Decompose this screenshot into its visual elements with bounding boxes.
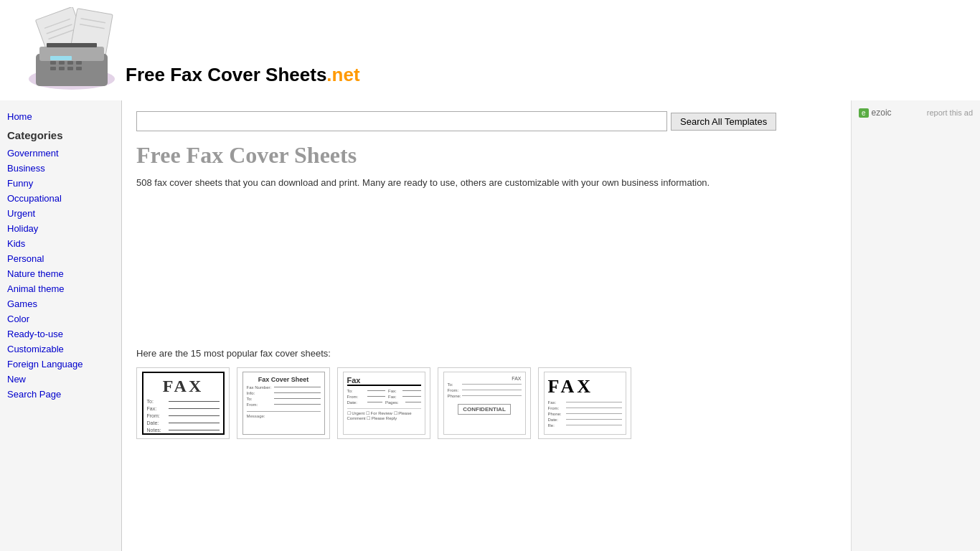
sidebar-link-government[interactable]: Government xyxy=(7,148,59,159)
thumbnail-4[interactable]: FAX To: From: Phone: CONFIDENTIAL xyxy=(438,367,531,439)
thumb-message-area: Message: xyxy=(247,411,321,420)
sidebar-item: Customizable xyxy=(7,343,114,354)
thumb-preview-5: FAX Fax: From: Phone: Date: Re: xyxy=(544,372,626,435)
thumb-fax-label: FAX xyxy=(448,376,522,381)
sidebar-item: New xyxy=(7,373,114,385)
page-description: 508 fax cover sheets that you can downlo… xyxy=(136,176,837,190)
thumb-preview-1: FAX To: Fax: From: Date: Notes: xyxy=(142,372,225,435)
thumb-row: From: xyxy=(247,402,321,407)
sidebar-item: Business xyxy=(7,162,114,174)
thumb-row: From: xyxy=(448,388,522,392)
thumb-row: To:Fax: xyxy=(347,389,421,393)
thumb-row: Fax: xyxy=(548,400,622,405)
search-bar: Search All Templates xyxy=(136,111,837,131)
sidebar-item: Urgent xyxy=(7,207,114,219)
sidebar-link-animal[interactable]: Animal theme xyxy=(7,283,64,294)
sidebar-link-occupational[interactable]: Occupational xyxy=(7,193,62,204)
svg-rect-18 xyxy=(76,67,82,70)
search-input[interactable] xyxy=(136,111,667,131)
thumbnail-5[interactable]: FAX Fax: From: Phone: Date: Re: xyxy=(538,367,631,439)
thumb-row: To: xyxy=(247,397,321,401)
thumb-preview-4: FAX To: From: Phone: CONFIDENTIAL xyxy=(443,372,526,435)
sidebar-link-kids[interactable]: Kids xyxy=(7,238,25,249)
sidebar-link-customizable[interactable]: Customizable xyxy=(7,344,64,354)
thumb-row: Info: xyxy=(247,391,321,395)
sidebar-item: Color xyxy=(7,313,114,324)
ad-space-main xyxy=(136,204,837,348)
sidebar-item: Holiday xyxy=(7,222,114,234)
ezoic-icon: e xyxy=(859,108,869,118)
logo-text: Free Fax Cover Sheets.net xyxy=(126,64,360,86)
thumb-preview-3: Fax To:Fax: From:Fax: Date:Pages: ☐ Urge… xyxy=(343,372,425,435)
thumb-row: Date: xyxy=(548,418,622,422)
sidebar-link-business[interactable]: Business xyxy=(7,163,45,174)
ezoic-bar: e ezoic report this ad xyxy=(859,108,973,118)
thumb-row: Re: xyxy=(548,423,622,428)
sidebar-link-funny[interactable]: Funny xyxy=(7,178,33,189)
sidebar-categories-title: Categories xyxy=(7,129,114,141)
ezoic-logo: e ezoic xyxy=(859,108,892,118)
ad-sidebar: e ezoic report this ad xyxy=(851,100,980,551)
thumb-confidential-label: CONFIDENTIAL xyxy=(458,404,511,415)
svg-rect-11 xyxy=(50,61,56,65)
thumb-line: Date: xyxy=(147,420,220,425)
thumb-row: From: xyxy=(548,406,622,410)
thumb-row: Fax Number: xyxy=(247,385,321,390)
sidebar-link-new[interactable]: New xyxy=(7,374,26,385)
svg-rect-13 xyxy=(67,61,73,65)
svg-rect-17 xyxy=(67,67,73,70)
sidebar-nav: Government Business Funny Occupational U… xyxy=(7,147,114,400)
thumbnail-1[interactable]: FAX To: Fax: From: Date: Notes: xyxy=(136,367,230,439)
popular-label: Here are the 15 most popular fax cover s… xyxy=(136,348,837,359)
sidebar-item: Games xyxy=(7,298,114,309)
thumbnail-3[interactable]: Fax To:Fax: From:Fax: Date:Pages: ☐ Urge… xyxy=(337,367,430,439)
thumb-preview-2: Fax Cover Sheet Fax Number: Info: To: Fr… xyxy=(242,372,325,435)
sidebar-item: Nature theme xyxy=(7,268,114,279)
thumbnail-2[interactable]: Fax Cover Sheet Fax Number: Info: To: Fr… xyxy=(237,367,330,439)
thumb-header-3: Fax xyxy=(347,376,421,386)
sidebar-link-urgent[interactable]: Urgent xyxy=(7,208,35,219)
sidebar-link-ready[interactable]: Ready-to-use xyxy=(7,329,63,339)
sidebar-item: Ready-to-use xyxy=(7,328,114,339)
thumb-row: To: xyxy=(448,382,522,387)
sidebar-link-nature[interactable]: Nature theme xyxy=(7,268,64,279)
sidebar-item: Search Page xyxy=(7,388,114,400)
logo-area: Free Fax Cover Sheets.net xyxy=(11,7,360,93)
svg-rect-19 xyxy=(50,56,72,60)
thumb-line: To: xyxy=(147,399,220,404)
thumb-lines-1: To: Fax: From: Date: Notes: xyxy=(147,399,220,435)
sidebar-item: Kids xyxy=(7,237,114,249)
svg-rect-10 xyxy=(47,43,97,47)
thumb-row: Date:Pages: xyxy=(347,400,421,405)
svg-rect-14 xyxy=(76,61,82,65)
report-ad-text[interactable]: report this ad xyxy=(927,108,973,117)
svg-rect-15 xyxy=(50,67,56,70)
thumb-title-2: Fax Cover Sheet xyxy=(247,376,321,383)
svg-rect-12 xyxy=(59,61,65,65)
sidebar-link-personal[interactable]: Personal xyxy=(7,253,44,264)
sidebar-item: Funny xyxy=(7,177,114,189)
search-button[interactable]: Search All Templates xyxy=(671,113,776,131)
sidebar-link-holiday[interactable]: Holiday xyxy=(7,223,38,234)
sidebar-item: Occupational xyxy=(7,192,114,204)
sidebar-link-foreign[interactable]: Foreign Language xyxy=(7,359,83,369)
sidebar: Home Categories Government Business Funn… xyxy=(0,100,122,551)
thumbnails-container: FAX To: Fax: From: Date: Notes: Fax Cove… xyxy=(136,367,837,439)
page-title: Free Fax Cover Sheets xyxy=(136,142,837,169)
sidebar-item: Animal theme xyxy=(7,283,114,294)
sidebar-link-color[interactable]: Color xyxy=(7,314,29,324)
sidebar-link-search[interactable]: Search Page xyxy=(7,389,61,400)
sidebar-home-link[interactable]: Home xyxy=(7,111,114,122)
thumb-row: Phone: xyxy=(548,412,622,416)
header: Free Fax Cover Sheets.net xyxy=(0,0,980,100)
main-content: Search All Templates Free Fax Cover Shee… xyxy=(122,100,851,551)
ezoic-text: ezoic xyxy=(872,108,892,118)
thumb-line: Notes: xyxy=(147,428,220,433)
thumb-row: From:Fax: xyxy=(347,395,421,399)
thumb-line: From: xyxy=(147,413,220,418)
thumb-fax-label-1: FAX xyxy=(163,377,204,396)
sidebar-link-games[interactable]: Games xyxy=(7,298,37,309)
thumb-line: Fax: xyxy=(147,406,220,411)
svg-rect-16 xyxy=(59,67,65,70)
thumb-message-label: Message: xyxy=(247,414,321,418)
